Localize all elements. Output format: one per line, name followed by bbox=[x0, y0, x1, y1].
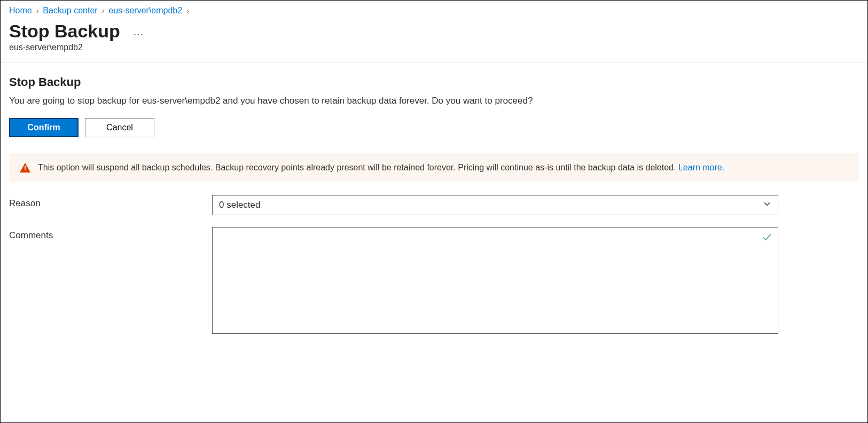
page-subtitle: eus-server\empdb2 bbox=[9, 43, 859, 52]
learn-more-link[interactable]: Learn more. bbox=[678, 163, 724, 172]
confirmation-prompt: You are going to stop backup for eus-ser… bbox=[9, 96, 859, 106]
info-banner: This option will suspend all backup sche… bbox=[9, 153, 859, 182]
warning-icon bbox=[20, 163, 30, 173]
page-title: Stop Backup bbox=[9, 21, 120, 42]
cancel-button[interactable]: Cancel bbox=[85, 118, 154, 137]
reason-dropdown-value: 0 selected bbox=[219, 200, 261, 210]
form-row-comments: Comments bbox=[9, 227, 859, 335]
section-title: Stop Backup bbox=[9, 75, 859, 89]
chevron-right-icon: › bbox=[36, 6, 39, 15]
check-icon bbox=[762, 232, 772, 244]
more-actions-button[interactable]: ⋯ bbox=[133, 22, 144, 41]
page-header: Stop Backup ⋯ eus-server\empdb2 bbox=[1, 19, 867, 62]
banner-text: This option will suspend all backup sche… bbox=[38, 163, 678, 172]
reason-dropdown[interactable]: 0 selected bbox=[212, 195, 778, 215]
comments-label: Comments bbox=[9, 227, 212, 241]
chevron-down-icon bbox=[763, 200, 771, 211]
chevron-right-icon: › bbox=[102, 6, 105, 15]
chevron-right-icon: › bbox=[186, 6, 189, 15]
reason-label: Reason bbox=[9, 195, 212, 209]
comments-textarea[interactable] bbox=[212, 227, 778, 334]
button-row: Confirm Cancel bbox=[9, 118, 859, 137]
form-row-reason: Reason 0 selected bbox=[9, 195, 859, 215]
banner-text-wrap: This option will suspend all backup sche… bbox=[38, 163, 724, 173]
breadcrumb-home[interactable]: Home bbox=[9, 6, 32, 15]
breadcrumb-backup-center[interactable]: Backup center bbox=[43, 6, 97, 15]
breadcrumb-resource[interactable]: eus-server\empdb2 bbox=[108, 6, 182, 15]
confirm-button[interactable]: Confirm bbox=[9, 118, 79, 137]
breadcrumb: Home › Backup center › eus-server\empdb2… bbox=[1, 1, 867, 19]
